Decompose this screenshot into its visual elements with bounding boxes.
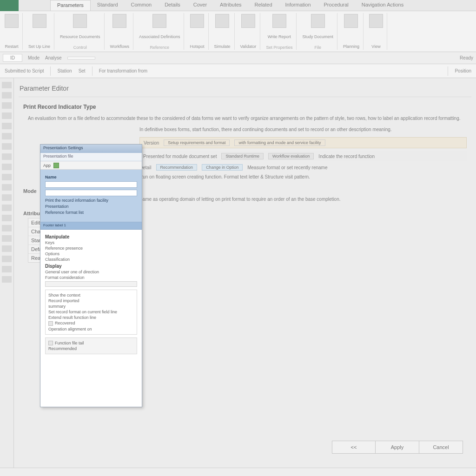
blue-line-1: Print the record information facility [45, 198, 137, 203]
ribbon-group-study[interactable]: Study DocumentFile [298, 13, 337, 50]
rail-item[interactable] [2, 133, 12, 139]
sec-input[interactable] [67, 57, 95, 60]
apply-button[interactable]: Apply [376, 441, 419, 454]
tab-procedural[interactable]: Procedural [317, 0, 355, 11]
sec-mode: Mode [28, 55, 40, 60]
cancel-button[interactable]: Cancel [419, 441, 463, 454]
dlg-inset[interactable] [45, 281, 137, 287]
dlg-row[interactable]: Set record format on current field line [48, 310, 134, 314]
tab-cover[interactable]: Cover [187, 0, 213, 11]
row-pill[interactable]: Recommendation [156, 164, 198, 171]
dlg-row[interactable]: Classification [45, 257, 137, 262]
ribbon-sub: File [314, 45, 321, 50]
rail-item[interactable] [2, 256, 12, 262]
dlg-group-title-2: Display [45, 264, 137, 269]
ribbon-label: Hotspot [190, 43, 204, 50]
row-lead: Version [144, 140, 159, 145]
footer-buttons: << Apply Cancel [332, 441, 463, 454]
dlg-block: Show the context Record imported summary… [45, 290, 137, 335]
tab-common[interactable]: Common [125, 0, 159, 11]
restart-icon [5, 14, 19, 28]
rail-item[interactable] [2, 174, 12, 180]
rail-item[interactable] [2, 245, 12, 252]
ribbon-label: Resource Documents [60, 33, 100, 40]
tb-right: Position [455, 68, 471, 73]
rail-item[interactable] [2, 225, 12, 231]
dlg-group-title-1: Manipulate [45, 234, 137, 239]
tab-related[interactable]: Related [248, 0, 279, 11]
rail-item[interactable] [2, 184, 12, 191]
row-tail: Measure format or set recently rename [247, 165, 327, 170]
dlg-row[interactable]: Options [45, 251, 137, 256]
tab-attributes[interactable]: Attributes [213, 0, 248, 11]
tab-standard[interactable]: Standard [91, 0, 125, 11]
row-pill[interactable]: Standard Runtime [221, 153, 264, 159]
ribbon-group-setup[interactable]: Set Up Line [25, 13, 54, 50]
ribbon-group-planning[interactable]: Planning [339, 13, 364, 50]
ribbon-group-workflows[interactable]: Workflows [106, 13, 133, 50]
doc-row-1: Version Setup requirements and format wi… [139, 137, 467, 148]
dlg-row[interactable]: Recovered [48, 321, 134, 326]
tab-information[interactable]: Information [279, 0, 317, 11]
row-pill[interactable]: Setup requirements and format [164, 139, 230, 146]
dlg-row[interactable]: Function file tail [48, 341, 134, 346]
rail-item[interactable] [2, 164, 12, 170]
rail-item[interactable] [2, 194, 12, 201]
rail-item[interactable] [2, 276, 12, 283]
prev-button[interactable]: << [332, 441, 376, 454]
ribbon-group-resource[interactable]: Resource DocumentsControl [56, 13, 105, 50]
dlg-row[interactable]: Format consideration [45, 275, 137, 280]
rail-item[interactable] [2, 102, 12, 109]
study-icon [311, 14, 325, 28]
ribbon-group-assoc[interactable]: Associated DefinitionsReference [135, 13, 185, 50]
app-green-icon[interactable] [53, 163, 59, 168]
rail-item[interactable] [2, 266, 12, 272]
rail-item[interactable] [2, 92, 12, 99]
rail-item[interactable] [2, 82, 12, 88]
dlg-row[interactable]: Record imported [48, 298, 134, 303]
dlg-row[interactable]: Operation alignment on [48, 327, 134, 331]
sec-id[interactable]: ID [3, 54, 22, 62]
row-pill[interactable]: Change in Option [202, 164, 243, 171]
dialog-titlebar[interactable]: Presentation Settings [40, 145, 142, 153]
doc-paragraph-1: An evaluation from or a file defined to … [28, 115, 467, 122]
rail-item[interactable] [2, 153, 12, 160]
rail-item[interactable] [2, 123, 12, 129]
separator-icon [92, 66, 93, 76]
ribbon-group-restart[interactable]: Restart [1, 13, 23, 50]
blue-heading: Name [45, 175, 137, 179]
dlg-row[interactable]: Reference presence [45, 246, 137, 251]
dialog-presentation-settings[interactable]: Presentation Settings Presentation file … [40, 144, 142, 407]
ribbon-label: Associated Definitions [139, 33, 180, 40]
rail-item[interactable] [2, 215, 12, 221]
sec-analyse: Analyse [45, 55, 62, 60]
dlg-row[interactable]: General user one of direction [45, 270, 137, 274]
ribbon-label: Restart [5, 43, 18, 50]
ribbon-group-hotspot[interactable]: Hotspot [186, 13, 208, 50]
row-pill[interactable]: with formatting and mode and service fac… [234, 139, 325, 146]
row-pill[interactable]: Workflow evaluation [268, 153, 314, 159]
dlg-row[interactable]: Keys [45, 240, 137, 245]
dlg-row[interactable]: Recommended [48, 346, 134, 351]
ribbon-group-validator[interactable]: Validator [237, 13, 261, 50]
tab-parameters[interactable]: Parameters [50, 0, 91, 11]
tb-center: For transformation from [99, 68, 147, 73]
ribbon-group-view[interactable]: View [365, 13, 387, 50]
tab-nav-actions[interactable]: Navigation Actions [355, 0, 410, 11]
ribbon-sub: Reference [150, 45, 169, 50]
rail-item[interactable] [2, 205, 12, 211]
dialog-blue-panel: Name Print the record information facili… [40, 170, 142, 222]
dlg-row[interactable]: summary [48, 304, 134, 309]
ribbon-group-report[interactable]: Write ReportSet Properties [262, 13, 297, 50]
blue-input-2[interactable] [45, 190, 137, 196]
rail-item[interactable] [2, 235, 12, 242]
report-icon [272, 14, 286, 28]
tab-details[interactable]: Details [158, 0, 187, 11]
dlg-row[interactable]: Extend result function line [48, 315, 134, 320]
blue-input-1[interactable] [45, 181, 137, 188]
dlg-row[interactable]: Show the context [48, 293, 134, 298]
rail-item[interactable] [2, 143, 12, 150]
ribbon-group-simulate[interactable]: Simulate [211, 13, 235, 50]
sec-ready: Ready [460, 55, 473, 60]
rail-item[interactable] [2, 112, 12, 119]
